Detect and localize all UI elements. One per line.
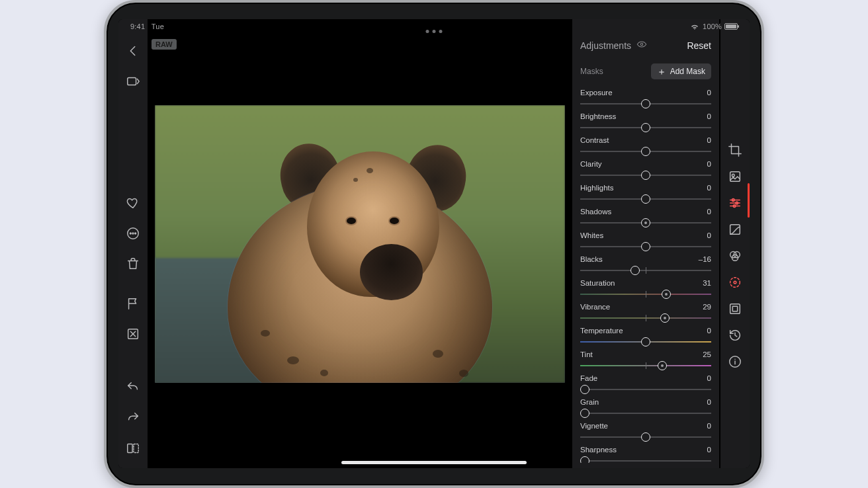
redo-icon[interactable] <box>125 410 141 426</box>
slider-grain[interactable]: Grain0 <box>580 398 711 419</box>
multitasking-dots[interactable] <box>426 30 443 33</box>
undo-icon[interactable] <box>125 380 141 395</box>
slider-knob[interactable] <box>641 99 650 108</box>
slider-value: 0 <box>707 160 711 168</box>
trash-icon[interactable] <box>125 256 141 272</box>
slider-clarity[interactable]: Clarity0 <box>580 160 711 181</box>
slider-label: Brightness <box>580 112 616 120</box>
slider-track[interactable] <box>580 98 711 110</box>
slider-label: Saturation <box>580 279 615 287</box>
flag-icon[interactable] <box>125 296 141 311</box>
ipad-device-frame: 9:41 Tue 100% RAW <box>104 0 764 488</box>
slider-tint[interactable]: Tint25 <box>580 350 711 372</box>
slider-track[interactable] <box>580 384 711 395</box>
slider-blacks[interactable]: Blacks–16 <box>580 255 711 276</box>
slider-value: 0 <box>707 327 711 335</box>
image-canvas[interactable] <box>148 19 572 468</box>
home-indicator[interactable] <box>341 461 527 464</box>
curves-icon[interactable] <box>727 222 743 237</box>
slider-knob[interactable] <box>641 171 650 180</box>
wifi-icon <box>689 23 700 30</box>
panel-title[interactable]: Adjustments <box>580 39 647 52</box>
visibility-icon[interactable] <box>636 39 647 52</box>
add-mask-button[interactable]: ＋ Add Mask <box>651 63 711 79</box>
slider-label: Highlights <box>580 184 614 192</box>
svg-rect-20 <box>730 225 740 235</box>
slider-knob[interactable] <box>641 147 650 156</box>
slider-vibrance[interactable]: Vibrance29 <box>580 303 711 324</box>
slider-label: Vibrance <box>580 303 610 311</box>
adjust-icon[interactable] <box>727 195 743 211</box>
slider-knob[interactable] <box>630 266 640 275</box>
slider-track[interactable] <box>580 407 711 419</box>
more-icon[interactable] <box>125 225 141 241</box>
slider-brightness[interactable]: Brightness0 <box>580 112 711 134</box>
slider-label: Fade <box>580 374 597 382</box>
slider-track[interactable] <box>580 264 711 276</box>
filters-icon[interactable] <box>727 169 743 184</box>
slider-value: 0 <box>707 398 711 406</box>
panel-title-label: Adjustments <box>580 40 631 51</box>
slider-knob[interactable] <box>580 385 589 394</box>
svg-rect-0 <box>128 78 136 85</box>
slider-knob[interactable] <box>580 456 589 463</box>
reject-icon[interactable] <box>125 326 141 342</box>
slider-track[interactable] <box>580 145 711 157</box>
slider-saturation[interactable]: Saturation31 <box>580 279 711 300</box>
slider-knob[interactable] <box>641 194 650 204</box>
history-icon[interactable] <box>727 327 743 343</box>
slider-track[interactable] <box>580 455 711 463</box>
slider-value: 0 <box>707 446 711 454</box>
slider-track[interactable] <box>580 336 711 348</box>
app-screen: 9:41 Tue 100% RAW <box>118 19 750 468</box>
slider-contrast[interactable]: Contrast0 <box>580 136 711 157</box>
library-icon[interactable] <box>125 73 141 89</box>
slider-track[interactable] <box>580 169 711 181</box>
reset-button[interactable]: Reset <box>687 40 711 51</box>
slider-track[interactable] <box>580 360 711 372</box>
slider-value: 29 <box>703 303 711 311</box>
slider-vignette[interactable]: Vignette0 <box>580 422 711 443</box>
slider-fade[interactable]: Fade0 <box>580 374 711 395</box>
slider-knob[interactable] <box>641 242 650 251</box>
back-icon[interactable] <box>125 43 141 59</box>
slider-label: Exposure <box>580 89 613 97</box>
slider-highlights[interactable]: Highlights0 <box>580 184 711 205</box>
slider-knob[interactable] <box>641 432 650 442</box>
frame-icon[interactable] <box>727 301 743 317</box>
slider-track[interactable] <box>580 312 711 324</box>
slider-track[interactable] <box>580 431 711 443</box>
slider-knob[interactable] <box>662 290 671 299</box>
info-icon[interactable] <box>727 354 743 370</box>
slider-exposure[interactable]: Exposure0 <box>580 89 711 110</box>
slider-track[interactable] <box>580 288 711 300</box>
slider-track[interactable] <box>580 122 711 134</box>
slider-knob[interactable] <box>641 123 650 132</box>
slider-track[interactable] <box>580 241 711 253</box>
slider-track[interactable] <box>580 217 711 229</box>
svg-rect-26 <box>730 304 740 314</box>
slider-value: –16 <box>699 255 711 263</box>
slider-shadows[interactable]: Shadows0 <box>580 208 711 229</box>
heart-icon[interactable] <box>125 195 141 211</box>
repair-icon[interactable] <box>727 274 743 290</box>
compare-icon[interactable] <box>125 440 141 456</box>
slider-sharpness[interactable]: Sharpness0 <box>580 446 711 463</box>
slider-track[interactable] <box>580 193 711 205</box>
edited-photo <box>155 105 565 383</box>
slider-label: Temperature <box>580 327 623 335</box>
slider-value: 0 <box>707 208 711 216</box>
slider-temperature[interactable]: Temperature0 <box>580 327 711 348</box>
slider-label: Shadows <box>580 208 611 216</box>
slider-knob[interactable] <box>660 313 670 323</box>
slider-whites[interactable]: Whites0 <box>580 231 711 253</box>
battery-icon <box>724 23 738 30</box>
slider-knob[interactable] <box>580 409 589 418</box>
crop-icon[interactable] <box>727 142 743 158</box>
slider-knob[interactable] <box>641 337 650 346</box>
slider-knob[interactable] <box>641 218 650 227</box>
color-icon[interactable] <box>727 248 743 264</box>
sliders-list: Exposure0Brightness0Contrast0Clarity0Hig… <box>580 89 711 463</box>
slider-label: Sharpness <box>580 446 617 454</box>
slider-knob[interactable] <box>658 361 667 370</box>
